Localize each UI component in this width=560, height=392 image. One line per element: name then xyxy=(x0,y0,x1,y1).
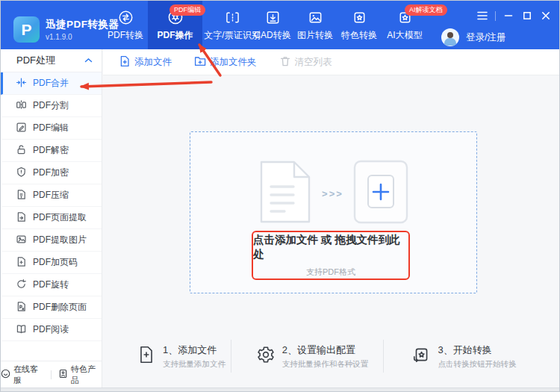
split-icon xyxy=(16,99,27,113)
online-service-button[interactable]: 在线客服 xyxy=(1,364,44,386)
page-extract-icon xyxy=(16,211,27,225)
tab-pdf-convert[interactable]: PDF转换 xyxy=(104,1,147,49)
add-folder-button[interactable]: 添加文件夹 xyxy=(194,55,257,69)
sidebar-item-pdf-page-extract[interactable]: PDF页面提取 xyxy=(1,207,102,229)
menu-icon[interactable] xyxy=(476,10,488,22)
sidebar-item-pdf-read[interactable]: PDF阅读 xyxy=(1,319,102,341)
image-extract-icon xyxy=(16,234,27,247)
image-convert-icon xyxy=(307,9,324,26)
shield-icon xyxy=(16,167,27,180)
app-logo: P xyxy=(13,16,40,43)
rotate-icon xyxy=(16,279,27,292)
dropzone-sub-text: 支持PDF格式 xyxy=(306,267,355,278)
sidebar: PDF处理 PDF合并 PDF分割 PDF编辑 PDF解密 PDF加密 PD xyxy=(1,49,102,388)
document-icon xyxy=(258,160,312,227)
ai-doc-badge: AI解读文档 xyxy=(405,4,447,16)
step-add-files: 1、添加文件 支持批量添加文件 xyxy=(103,340,231,373)
sidebar-item-pdf-delete-page[interactable]: PDF删除页面 xyxy=(1,296,102,319)
sidebar-item-pdf-edit[interactable]: PDF编辑 xyxy=(1,117,102,140)
sidebar-item-pdf-split[interactable]: PDF分割 xyxy=(1,95,102,117)
app-window: P 迅捷PDF转换器 v1.1.9.0 PDF转换 PDF操作 xyxy=(0,0,560,392)
add-file-placeholder-icon xyxy=(353,160,408,227)
product-icon xyxy=(58,369,68,380)
sidebar-item-pdf-compress[interactable]: PDF压缩 xyxy=(1,184,102,207)
sidebar-item-pdf-merge[interactable]: PDF合并 xyxy=(1,72,102,95)
read-icon xyxy=(16,323,27,337)
chevron-up-icon[interactable] xyxy=(84,57,93,63)
steps-bar: 1、添加文件 支持批量添加文件 2、设置输出配置 支持批量操作和各种设置 3、开… xyxy=(103,340,559,373)
add-file-button[interactable]: 添加文件 xyxy=(119,55,172,69)
sidebar-footer: 在线客服 特色产品 xyxy=(1,361,102,388)
tab-special-convert[interactable]: 特色转换 xyxy=(337,1,381,49)
folder-plus-icon xyxy=(194,55,206,69)
annotation-box: 点击添加文件 或 拖拽文件到此处 支持PDF格式 xyxy=(252,231,410,280)
pdf-edit-badge: PDF编辑 xyxy=(169,4,205,16)
file-plus-icon xyxy=(137,345,156,367)
minimize-icon[interactable] xyxy=(503,10,514,22)
sidebar-item-pdf-decrypt[interactable]: PDF解密 xyxy=(1,140,102,162)
convert-start-icon xyxy=(411,345,431,367)
pdf-convert-icon xyxy=(117,9,134,26)
gear-icon xyxy=(256,345,276,367)
topbar: P 迅捷PDF转换器 v1.1.9.0 PDF转换 PDF操作 xyxy=(1,1,559,49)
controls-divider xyxy=(495,11,496,21)
maximize-icon[interactable] xyxy=(521,10,533,22)
clear-list-button[interactable]: 清空列表 xyxy=(279,55,332,69)
merge-icon xyxy=(16,77,27,90)
step-start-convert: 3、开始转换 点击转换按钮开始转换 xyxy=(383,340,559,373)
file-plus-icon xyxy=(119,55,131,69)
close-icon[interactable] xyxy=(540,10,552,22)
sidebar-item-pdf-encrypt[interactable]: PDF加密 xyxy=(1,162,102,184)
page-number-icon xyxy=(16,256,27,270)
step-output-settings: 2、设置输出配置 支持批量操作和各种设置 xyxy=(231,340,384,373)
tab-image-convert[interactable]: 图片转换 xyxy=(293,1,337,49)
tab-cad-convert[interactable]: CAD转换 xyxy=(250,1,295,49)
main-panel: 添加文件 添加文件夹 清空列表 >>> xyxy=(103,49,559,388)
delete-page-icon xyxy=(16,301,27,314)
special-convert-icon xyxy=(351,9,368,26)
edit-icon xyxy=(16,122,27,135)
sidebar-item-pdf-image-extract[interactable]: PDF提取图片 xyxy=(1,229,102,252)
compress-icon xyxy=(16,189,27,202)
featured-products-button[interactable]: 特色产品 xyxy=(58,364,102,386)
avatar[interactable] xyxy=(441,28,459,46)
ocr-icon xyxy=(224,9,241,26)
sidebar-item-pdf-rotate[interactable]: PDF旋转 xyxy=(1,274,102,296)
window-bottom-edge xyxy=(1,388,559,391)
cad-convert-icon xyxy=(264,9,281,26)
file-dropzone[interactable]: >>> 点击添加文件 或 拖拽文件到此处 支持PDF格式 xyxy=(190,131,477,293)
unlock-icon xyxy=(16,144,27,158)
file-toolbar: 添加文件 添加文件夹 清空列表 xyxy=(103,49,559,75)
trash-icon xyxy=(279,55,291,69)
dropzone-main-text: 点击添加文件 或 拖拽文件到此处 xyxy=(253,233,408,261)
sidebar-item-pdf-page-number[interactable]: PDF加页码 xyxy=(1,252,102,274)
service-icon xyxy=(1,369,10,380)
window-controls xyxy=(476,10,552,22)
sidebar-header-label: PDF处理 xyxy=(16,54,55,67)
footer-divider xyxy=(51,370,52,379)
login-register-link[interactable]: 登录/注册 xyxy=(466,31,505,44)
chevrons-right-icon: >>> xyxy=(322,188,343,199)
